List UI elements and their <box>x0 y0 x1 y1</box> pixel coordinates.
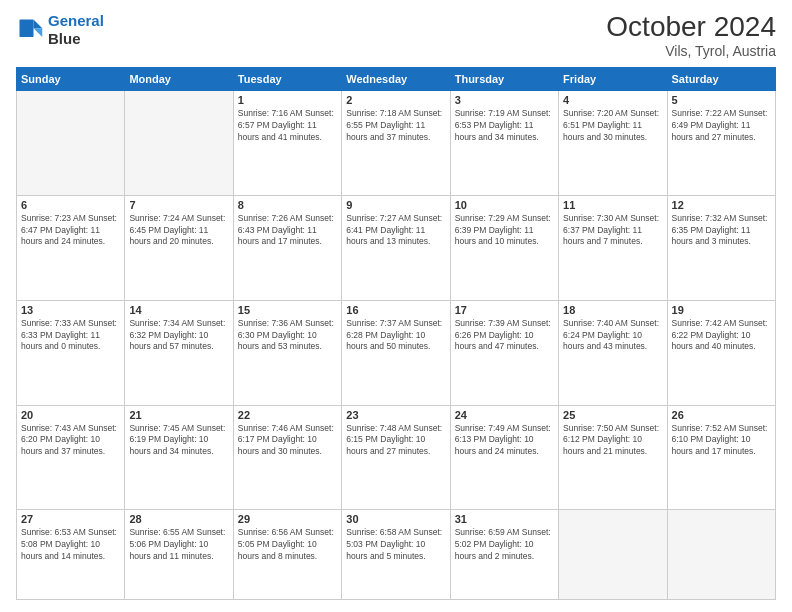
day-detail: Sunrise: 6:59 AM Sunset: 5:02 PM Dayligh… <box>455 527 554 563</box>
day-number: 20 <box>21 409 120 421</box>
day-number: 29 <box>238 513 337 525</box>
day-detail: Sunrise: 6:55 AM Sunset: 5:06 PM Dayligh… <box>129 527 228 563</box>
day-number: 30 <box>346 513 445 525</box>
day-detail: Sunrise: 7:23 AM Sunset: 6:47 PM Dayligh… <box>21 213 120 249</box>
day-detail: Sunrise: 7:49 AM Sunset: 6:13 PM Dayligh… <box>455 423 554 459</box>
week-row-2: 13Sunrise: 7:33 AM Sunset: 6:33 PM Dayli… <box>17 300 776 405</box>
calendar-cell: 25Sunrise: 7:50 AM Sunset: 6:12 PM Dayli… <box>559 405 667 510</box>
title-block: October 2024 Vils, Tyrol, Austria <box>606 12 776 59</box>
calendar-cell: 19Sunrise: 7:42 AM Sunset: 6:22 PM Dayli… <box>667 300 775 405</box>
col-header-tuesday: Tuesday <box>233 67 341 90</box>
week-row-4: 27Sunrise: 6:53 AM Sunset: 5:08 PM Dayli… <box>17 510 776 600</box>
week-row-3: 20Sunrise: 7:43 AM Sunset: 6:20 PM Dayli… <box>17 405 776 510</box>
day-detail: Sunrise: 7:39 AM Sunset: 6:26 PM Dayligh… <box>455 318 554 354</box>
day-detail: Sunrise: 7:22 AM Sunset: 6:49 PM Dayligh… <box>672 108 771 144</box>
day-number: 19 <box>672 304 771 316</box>
day-detail: Sunrise: 7:16 AM Sunset: 6:57 PM Dayligh… <box>238 108 337 144</box>
day-detail: Sunrise: 7:33 AM Sunset: 6:33 PM Dayligh… <box>21 318 120 354</box>
day-detail: Sunrise: 6:58 AM Sunset: 5:03 PM Dayligh… <box>346 527 445 563</box>
svg-marker-0 <box>34 20 43 29</box>
sub-title: Vils, Tyrol, Austria <box>606 43 776 59</box>
week-row-1: 6Sunrise: 7:23 AM Sunset: 6:47 PM Daylig… <box>17 195 776 300</box>
day-detail: Sunrise: 7:46 AM Sunset: 6:17 PM Dayligh… <box>238 423 337 459</box>
day-detail: Sunrise: 7:48 AM Sunset: 6:15 PM Dayligh… <box>346 423 445 459</box>
col-header-friday: Friday <box>559 67 667 90</box>
day-detail: Sunrise: 6:56 AM Sunset: 5:05 PM Dayligh… <box>238 527 337 563</box>
day-number: 12 <box>672 199 771 211</box>
calendar-cell: 20Sunrise: 7:43 AM Sunset: 6:20 PM Dayli… <box>17 405 125 510</box>
day-detail: Sunrise: 7:24 AM Sunset: 6:45 PM Dayligh… <box>129 213 228 249</box>
day-detail: Sunrise: 7:52 AM Sunset: 6:10 PM Dayligh… <box>672 423 771 459</box>
day-detail: Sunrise: 7:20 AM Sunset: 6:51 PM Dayligh… <box>563 108 662 144</box>
col-header-wednesday: Wednesday <box>342 67 450 90</box>
calendar-cell: 27Sunrise: 6:53 AM Sunset: 5:08 PM Dayli… <box>17 510 125 600</box>
logo-icon <box>16 16 44 44</box>
logo-line1: General <box>48 12 104 29</box>
day-number: 11 <box>563 199 662 211</box>
col-header-saturday: Saturday <box>667 67 775 90</box>
day-number: 27 <box>21 513 120 525</box>
day-detail: Sunrise: 7:50 AM Sunset: 6:12 PM Dayligh… <box>563 423 662 459</box>
day-number: 14 <box>129 304 228 316</box>
calendar-header-row: SundayMondayTuesdayWednesdayThursdayFrid… <box>17 67 776 90</box>
calendar-cell: 6Sunrise: 7:23 AM Sunset: 6:47 PM Daylig… <box>17 195 125 300</box>
svg-marker-1 <box>34 28 43 37</box>
day-number: 18 <box>563 304 662 316</box>
day-number: 2 <box>346 94 445 106</box>
svg-rect-2 <box>20 20 34 38</box>
day-detail: Sunrise: 7:19 AM Sunset: 6:53 PM Dayligh… <box>455 108 554 144</box>
calendar-cell: 22Sunrise: 7:46 AM Sunset: 6:17 PM Dayli… <box>233 405 341 510</box>
calendar-cell: 24Sunrise: 7:49 AM Sunset: 6:13 PM Dayli… <box>450 405 558 510</box>
day-number: 16 <box>346 304 445 316</box>
calendar-cell: 9Sunrise: 7:27 AM Sunset: 6:41 PM Daylig… <box>342 195 450 300</box>
day-number: 7 <box>129 199 228 211</box>
day-number: 23 <box>346 409 445 421</box>
day-number: 15 <box>238 304 337 316</box>
col-header-thursday: Thursday <box>450 67 558 90</box>
calendar-cell: 2Sunrise: 7:18 AM Sunset: 6:55 PM Daylig… <box>342 90 450 195</box>
day-number: 1 <box>238 94 337 106</box>
calendar-cell <box>125 90 233 195</box>
logo-line2: Blue <box>48 30 104 48</box>
day-number: 28 <box>129 513 228 525</box>
calendar-body: 1Sunrise: 7:16 AM Sunset: 6:57 PM Daylig… <box>17 90 776 599</box>
calendar-cell: 31Sunrise: 6:59 AM Sunset: 5:02 PM Dayli… <box>450 510 558 600</box>
week-row-0: 1Sunrise: 7:16 AM Sunset: 6:57 PM Daylig… <box>17 90 776 195</box>
calendar-cell: 3Sunrise: 7:19 AM Sunset: 6:53 PM Daylig… <box>450 90 558 195</box>
day-detail: Sunrise: 7:43 AM Sunset: 6:20 PM Dayligh… <box>21 423 120 459</box>
day-detail: Sunrise: 7:40 AM Sunset: 6:24 PM Dayligh… <box>563 318 662 354</box>
main-title: October 2024 <box>606 12 776 43</box>
calendar-cell: 4Sunrise: 7:20 AM Sunset: 6:51 PM Daylig… <box>559 90 667 195</box>
day-number: 21 <box>129 409 228 421</box>
calendar-cell: 30Sunrise: 6:58 AM Sunset: 5:03 PM Dayli… <box>342 510 450 600</box>
day-number: 22 <box>238 409 337 421</box>
calendar-cell: 16Sunrise: 7:37 AM Sunset: 6:28 PM Dayli… <box>342 300 450 405</box>
day-number: 5 <box>672 94 771 106</box>
calendar-cell: 26Sunrise: 7:52 AM Sunset: 6:10 PM Dayli… <box>667 405 775 510</box>
day-number: 10 <box>455 199 554 211</box>
calendar-cell: 21Sunrise: 7:45 AM Sunset: 6:19 PM Dayli… <box>125 405 233 510</box>
day-detail: Sunrise: 7:37 AM Sunset: 6:28 PM Dayligh… <box>346 318 445 354</box>
day-detail: Sunrise: 7:45 AM Sunset: 6:19 PM Dayligh… <box>129 423 228 459</box>
page: General Blue October 2024 Vils, Tyrol, A… <box>0 0 792 612</box>
day-detail: Sunrise: 7:32 AM Sunset: 6:35 PM Dayligh… <box>672 213 771 249</box>
day-detail: Sunrise: 7:36 AM Sunset: 6:30 PM Dayligh… <box>238 318 337 354</box>
col-header-monday: Monday <box>125 67 233 90</box>
logo-text: General Blue <box>48 12 104 48</box>
day-number: 31 <box>455 513 554 525</box>
logo: General Blue <box>16 12 104 48</box>
day-number: 24 <box>455 409 554 421</box>
day-number: 26 <box>672 409 771 421</box>
day-detail: Sunrise: 7:29 AM Sunset: 6:39 PM Dayligh… <box>455 213 554 249</box>
calendar-cell: 29Sunrise: 6:56 AM Sunset: 5:05 PM Dayli… <box>233 510 341 600</box>
day-number: 8 <box>238 199 337 211</box>
day-detail: Sunrise: 7:27 AM Sunset: 6:41 PM Dayligh… <box>346 213 445 249</box>
calendar-cell <box>17 90 125 195</box>
calendar-cell: 28Sunrise: 6:55 AM Sunset: 5:06 PM Dayli… <box>125 510 233 600</box>
calendar-cell: 17Sunrise: 7:39 AM Sunset: 6:26 PM Dayli… <box>450 300 558 405</box>
day-detail: Sunrise: 7:42 AM Sunset: 6:22 PM Dayligh… <box>672 318 771 354</box>
day-number: 25 <box>563 409 662 421</box>
calendar-cell: 10Sunrise: 7:29 AM Sunset: 6:39 PM Dayli… <box>450 195 558 300</box>
calendar-cell: 11Sunrise: 7:30 AM Sunset: 6:37 PM Dayli… <box>559 195 667 300</box>
day-number: 13 <box>21 304 120 316</box>
